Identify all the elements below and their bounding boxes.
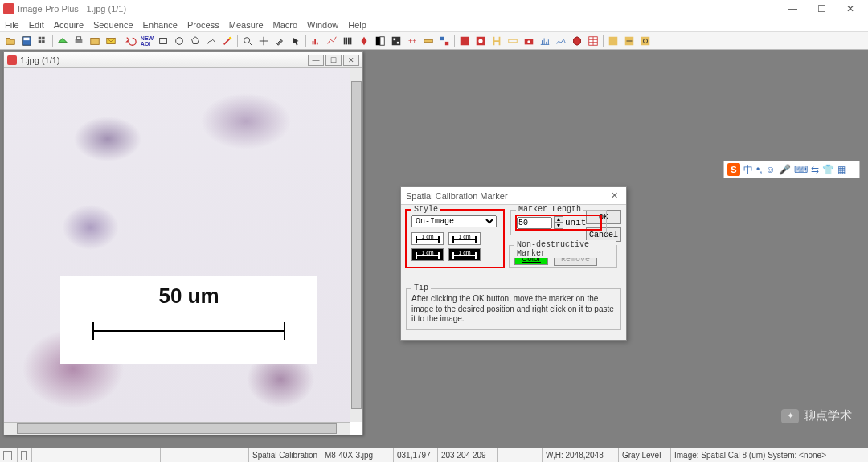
chart-icon[interactable] [538,34,552,48]
undo-icon[interactable] [124,34,138,48]
style-swatch-3[interactable]: 1 cm [411,248,444,261]
app-titlebar: Image-Pro Plus - 1.jpg (1/1) — ☐ ✕ [0,0,868,18]
wand-icon[interactable] [220,34,235,48]
ime-lang[interactable]: 中 [743,163,753,177]
open-icon[interactable] [3,34,18,48]
measure-icon[interactable] [421,34,436,48]
freehand-icon[interactable] [204,34,219,48]
tag-icon[interactable] [437,34,452,48]
dialog-titlebar[interactable]: Spatial Calibration Marker ✕ [401,187,626,205]
count-icon[interactable]: +± [405,34,420,48]
grid-icon[interactable] [35,34,50,48]
menu-help[interactable]: Help [348,20,366,30]
zoom-icon[interactable] [240,34,255,48]
microscopy-image [4,68,350,422]
menu-measure[interactable]: Measure [229,20,264,30]
ime-keyboard-icon[interactable]: ⌨ [794,164,808,175]
dialog-title: Spatial Calibration Marker [406,191,508,201]
ime-toolbar[interactable]: S 中 •, ☺ 🎤 ⌨ ⇆ 👕 ▦ [723,161,860,178]
svg-point-12 [229,36,232,39]
menu-sequence[interactable]: Sequence [93,20,133,30]
histogram-icon[interactable] [309,34,323,48]
svg-rect-23 [392,36,401,45]
new-aoi-icon[interactable]: NEWAOI [140,34,154,48]
image-canvas[interactable]: 50 um [4,68,350,422]
svg-rect-7 [76,36,80,39]
image-minimize-button[interactable]: — [308,55,324,66]
scanner-icon[interactable] [55,34,70,48]
menu-window[interactable]: Window [307,20,338,30]
image-close-button[interactable]: ✕ [343,55,359,66]
maximize-button[interactable]: ☐ [807,1,836,17]
table-icon[interactable] [586,34,600,48]
equalize-icon[interactable] [341,34,355,48]
marker-length-spinner[interactable]: ▲▼ [554,216,563,229]
segment-icon[interactable] [389,34,403,48]
folder-icon[interactable] [88,34,102,48]
svg-rect-10 [160,38,167,43]
app-title: Image-Pro Plus - 1.jpg (1/1) [18,4,126,14]
ime-punct[interactable]: •, [756,164,763,175]
ime-switch-icon[interactable]: ⇆ [811,164,819,175]
image-window-titlebar[interactable]: 1.jpg (1/1) — ☐ ✕ [4,52,362,68]
menu-macro[interactable]: Macro [273,20,298,30]
menu-enhance[interactable]: Enhance [143,20,178,30]
style-swatch-4[interactable]: 1 cm [448,248,481,261]
scale-bar-tick-left [92,322,94,340]
print-icon[interactable] [72,34,86,48]
style-select[interactable]: On-Image [411,215,497,227]
circle-icon[interactable] [172,34,186,48]
image-window-title: 1.jpg (1/1) [20,55,60,65]
dialog-close-button[interactable]: ✕ [607,190,621,202]
mail-icon[interactable] [104,34,118,48]
yellow-tool1-icon[interactable] [606,34,620,48]
menu-file[interactable]: File [5,20,19,30]
pointer-icon[interactable] [289,34,303,48]
red-tool1-icon[interactable] [457,34,472,48]
svg-rect-4 [39,40,42,43]
ime-more-icon[interactable]: ▦ [837,164,846,175]
profile-icon[interactable] [554,34,568,48]
menu-process[interactable]: Process [187,20,219,30]
camera-icon[interactable] [522,34,536,48]
yellow-tool2-icon[interactable] [622,34,637,48]
marker-length-input[interactable] [517,217,552,229]
ime-mic-icon[interactable]: 🎤 [779,164,791,175]
status-bar: Spatial Calibration - M8-40X-3.jpg 031,1… [0,448,868,462]
ime-emoji-icon[interactable]: ☺ [766,164,776,175]
minimize-button[interactable]: — [778,1,807,17]
style-swatch-1[interactable]: 1 cm [411,232,444,245]
vertical-scrollbar[interactable] [350,68,362,422]
red-tool2-icon[interactable] [473,34,488,48]
svg-rect-36 [609,36,618,45]
cube-icon[interactable] [570,34,584,48]
polygon-icon[interactable] [188,34,203,48]
status-icon-1[interactable] [3,451,12,460]
save-icon[interactable] [19,34,34,48]
eyedropper-icon[interactable] [272,34,287,48]
rect-icon[interactable] [156,34,170,48]
menu-acquire[interactable]: Acquire [54,20,84,30]
ruler-icon[interactable] [506,34,520,48]
yellow-tool3-icon[interactable] [638,34,653,48]
threshold-icon[interactable] [373,34,387,48]
watermark: ✦ 聊点学术 [781,408,852,423]
image-maximize-button[interactable]: ☐ [326,55,342,66]
status-gray: Gray Level [619,448,671,462]
svg-rect-1 [24,37,30,40]
pan-icon[interactable] [256,34,271,48]
caliper-icon[interactable] [489,34,504,48]
svg-rect-26 [424,39,433,43]
menu-edit[interactable]: Edit [29,20,44,30]
svg-rect-24 [394,38,396,40]
style-swatch-2[interactable]: 1 cm [448,232,481,245]
levels-icon[interactable] [325,34,339,48]
horizontal-scrollbar[interactable] [4,422,350,435]
filter-icon[interactable] [357,34,371,48]
ime-skin-icon[interactable]: 👕 [822,164,834,175]
close-button[interactable]: ✕ [836,1,865,17]
non-destructive-marker-group: Non-destructive Marker Color Remove [509,245,617,268]
status-icon-2[interactable] [21,451,27,460]
svg-point-13 [244,37,250,43]
sogou-icon[interactable]: S [727,163,740,176]
